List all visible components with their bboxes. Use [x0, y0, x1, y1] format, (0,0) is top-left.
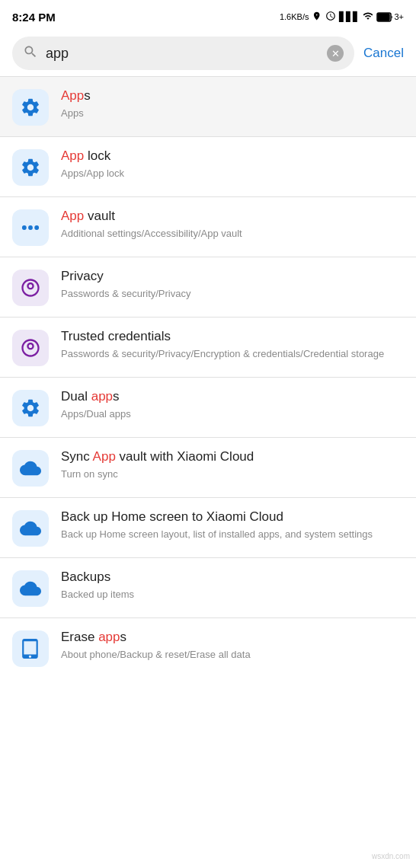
title-text: Privacy [61, 269, 104, 283]
list-item[interactable]: Privacy Passwords & security/Privacy [0, 257, 416, 317]
result-title: Back up Home screen to Xiaomi Cloud [61, 509, 404, 525]
title-text: Sync [61, 449, 93, 464]
title-text: vault with Xiaomi Cloud [116, 449, 254, 464]
list-item[interactable]: App vault Additional settings/Accessibil… [0, 197, 416, 257]
privacy-icon [12, 270, 49, 306]
wifi-icon [363, 11, 373, 23]
result-text: App vault Additional settings/Accessibil… [61, 208, 404, 241]
title-text: Dual [61, 389, 91, 404]
tablet-icon [12, 630, 49, 667]
status-right: 1.6KB/s ▋▋▋ 3+ [280, 11, 404, 23]
svg-point-3 [28, 225, 33, 230]
title-text: vault [84, 209, 115, 223]
result-title: Apps [61, 88, 404, 104]
result-subtitle: Backed up items [61, 588, 404, 602]
result-title: App lock [61, 148, 404, 164]
result-text: App lock Apps/App lock [61, 148, 404, 180]
list-item[interactable]: Apps Apps [0, 77, 416, 136]
status-bar: 8:24 PM 1.6KB/s ▋▋▋ 3+ [0, 0, 416, 30]
result-text: Sync App vault with Xiaomi Cloud Turn on… [61, 448, 404, 481]
result-subtitle: Apps/App lock [61, 167, 404, 180]
title-text: s [84, 88, 91, 103]
cloud-icon [12, 510, 49, 547]
search-icon [23, 44, 38, 62]
result-subtitle: Apps [61, 107, 404, 120]
result-title: Sync App vault with Xiaomi Cloud [61, 448, 404, 465]
result-text: Trusted credentials Passwords & security… [61, 328, 404, 361]
results-list: Apps Apps App lock Apps/App lock App vau… [0, 77, 416, 678]
battery-text: 3+ [394, 12, 404, 21]
highlight-text: app [98, 630, 120, 644]
highlight-text: App [61, 209, 84, 223]
cloud-icon [12, 570, 49, 607]
svg-rect-1 [378, 14, 389, 21]
cancel-button[interactable]: Cancel [363, 46, 404, 61]
gear-icon [12, 149, 49, 186]
title-text: Back up Home screen to Xiaomi Cloud [61, 509, 283, 524]
result-title: Trusted credentials [61, 328, 404, 345]
result-subtitle: Apps/Dual apps [61, 407, 404, 421]
clear-button[interactable]: ✕ [327, 45, 344, 62]
watermark: wsxdn.com [372, 852, 410, 860]
result-subtitle: Passwords & security/Privacy [61, 287, 404, 301]
highlight-text: App [61, 88, 84, 103]
list-item[interactable]: Erase apps About phone/Backup & reset/Er… [0, 618, 416, 678]
result-text: Back up Home screen to Xiaomi Cloud Back… [61, 509, 404, 541]
result-title: Backups [61, 569, 404, 586]
result-text: Erase apps About phone/Backup & reset/Er… [61, 629, 404, 662]
result-text: Backups Backed up items [61, 569, 404, 602]
title-text: Backups [61, 570, 110, 584]
title-text: lock [84, 148, 110, 163]
result-title: Privacy [61, 268, 404, 285]
privacy-icon [12, 330, 49, 366]
signal-icon: ▋▋▋ [339, 11, 360, 22]
result-subtitle: Back up Home screen layout, list of inst… [61, 528, 404, 541]
cloud-icon [12, 450, 49, 487]
search-bar-container: ✕ Cancel [0, 30, 416, 76]
result-title: App vault [61, 208, 404, 225]
search-input[interactable] [46, 46, 319, 62]
title-text: s [120, 630, 127, 644]
result-subtitle: Turn on sync [61, 468, 404, 481]
result-subtitle: Passwords & security/Privacy/Encryption … [61, 347, 404, 361]
list-item[interactable]: App lock Apps/App lock [0, 137, 416, 196]
alarm-icon [325, 11, 336, 23]
highlight-text: app [91, 389, 113, 404]
result-text: Dual apps Apps/Dual apps [61, 388, 404, 421]
highlight-text: App [93, 449, 116, 464]
result-text: Privacy Passwords & security/Privacy [61, 268, 404, 301]
mute-icon [312, 11, 322, 23]
list-item[interactable]: Sync App vault with Xiaomi Cloud Turn on… [0, 438, 416, 497]
result-title: Erase apps [61, 629, 404, 646]
dots-icon [12, 209, 49, 246]
status-time: 8:24 PM [12, 11, 56, 24]
title-text: s [113, 389, 120, 404]
svg-point-2 [22, 225, 27, 230]
result-text: Apps Apps [61, 88, 404, 120]
result-subtitle: Additional settings/Accessibility/App va… [61, 227, 404, 241]
list-item[interactable]: Backups Backed up items [0, 558, 416, 617]
title-text: Erase [61, 630, 98, 644]
result-subtitle: About phone/Backup & reset/Erase all dat… [61, 648, 404, 662]
battery-icon: 3+ [376, 12, 404, 22]
list-item[interactable]: Back up Home screen to Xiaomi Cloud Back… [0, 498, 416, 557]
list-item[interactable]: Dual apps Apps/Dual apps [0, 378, 416, 437]
gear-icon [12, 390, 49, 426]
result-title: Dual apps [61, 388, 404, 405]
search-input-wrapper: ✕ [12, 37, 354, 70]
gear-icon [12, 89, 49, 126]
svg-point-4 [34, 225, 39, 230]
title-text: Trusted credentials [61, 329, 171, 343]
highlight-text: App [61, 148, 84, 163]
list-item[interactable]: Trusted credentials Passwords & security… [0, 318, 416, 377]
network-speed: 1.6KB/s [280, 12, 309, 21]
